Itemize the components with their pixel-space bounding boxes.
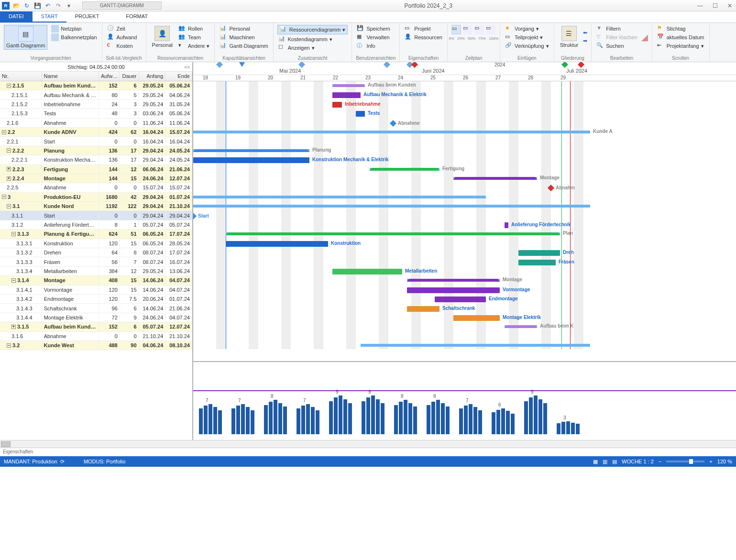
aufwand-button[interactable]: 👤Aufwand bbox=[106, 33, 142, 41]
tree-toggle[interactable]: + bbox=[7, 176, 11, 181]
table-row[interactable]: 2.2.5Abnahme0015.07.2415.07.24 bbox=[0, 183, 192, 192]
tree-toggle[interactable]: − bbox=[2, 195, 6, 199]
tree-toggle[interactable]: + bbox=[7, 167, 11, 171]
filtern-button[interactable]: ▼Filtern bbox=[595, 25, 638, 33]
zeit-button[interactable]: 🕓Zeit bbox=[106, 25, 142, 33]
scroll-thumb[interactable] bbox=[1, 441, 11, 447]
table-row[interactable]: −3Produktion-EU16804229.04.2401.07.24 bbox=[0, 193, 192, 202]
gantt-pane[interactable]: 2024 Mai 2024 Juni 2024 Juli 2024 181920… bbox=[193, 62, 736, 440]
projektanfang-button[interactable]: ⇤Projektanfang ▾ bbox=[656, 42, 705, 50]
kostendiagramm-button[interactable]: 📊Kostendiagramm ▾ bbox=[277, 35, 348, 43]
netzplan-button[interactable]: Netzplan bbox=[50, 25, 98, 33]
stichtag-scroll-button[interactable]: ⚑Stichtag bbox=[656, 25, 705, 33]
anzeigen-button[interactable]: ☐Anzeigen ▾ bbox=[277, 44, 348, 52]
kosten-button[interactable]: €Kosten bbox=[106, 42, 142, 50]
filter-loeschen-button[interactable]: ▽Filter löschen bbox=[595, 33, 638, 41]
balkennetzplan-button[interactable]: Balkennetzplan bbox=[50, 33, 98, 41]
rollen-button[interactable]: 👥Rollen bbox=[177, 25, 210, 33]
zoom-100-icon[interactable]: ▭ bbox=[486, 25, 495, 34]
close-button[interactable]: ✕ bbox=[725, 2, 734, 9]
redo-icon[interactable]: ↷ bbox=[55, 2, 62, 10]
table-row[interactable]: 2.1.6Abnahme0011.06.2411.06.24 bbox=[0, 119, 192, 128]
undo-icon[interactable]: ↶ bbox=[44, 2, 52, 10]
table-row[interactable]: −2.2.2Planung1361729.04.2424.05.24 bbox=[0, 146, 192, 155]
zoom-25-icon[interactable]: ▭ bbox=[451, 25, 461, 34]
refresh-status-icon[interactable]: ⟳ bbox=[60, 459, 65, 465]
collapse-grid-button[interactable]: << bbox=[184, 64, 190, 70]
verwalten-button[interactable]: ▦Verwalten bbox=[356, 33, 395, 41]
tree-toggle[interactable]: − bbox=[11, 232, 16, 236]
minimize-button[interactable]: — bbox=[695, 2, 705, 9]
zoom-slider[interactable] bbox=[666, 461, 704, 462]
col-header-ende[interactable]: Ende bbox=[165, 72, 192, 81]
gantt-body[interactable]: Aufbau beim KundenAufbau Mechanik & Elek… bbox=[193, 81, 736, 349]
table-row[interactable]: 3.1.4.2Endmontage1207.520.06.2401.07.24 bbox=[0, 295, 192, 304]
table-row[interactable]: 3.1.4.3Schaltschrank96614.06.2421.06.24 bbox=[0, 304, 192, 313]
kap-maschinen-button[interactable]: 📊Maschinen bbox=[219, 33, 269, 41]
tree-toggle[interactable]: − bbox=[7, 343, 11, 348]
speichern-button[interactable]: 💾Speichern bbox=[356, 25, 395, 33]
table-row[interactable]: −3.2Kunde West4889004.06.2408.10.24 bbox=[0, 341, 192, 350]
table-row[interactable]: −3.1Kunde Nord119212229.04.2421.10.24 bbox=[0, 202, 192, 211]
table-row[interactable]: +3.1.5Aufbau beim Kund…152605.07.2412.07… bbox=[0, 322, 192, 331]
aktuelles-datum-button[interactable]: 📅aktuelles Datum bbox=[656, 33, 705, 41]
tab-datei[interactable]: DATEI bbox=[0, 11, 33, 22]
tree-toggle[interactable]: − bbox=[11, 278, 16, 283]
table-row[interactable]: 2.2.2.1Konstruktion Mecha…1361729.04.242… bbox=[0, 155, 192, 165]
table-row[interactable]: +2.2.4Montage1441524.06.2412.07.24 bbox=[0, 174, 192, 183]
view-icon-3[interactable]: ▤ bbox=[612, 459, 617, 465]
tab-projekt[interactable]: PROJEKT bbox=[66, 11, 108, 22]
tab-format[interactable]: FORMAT bbox=[117, 11, 156, 22]
grid-body[interactable]: −2.1.5Aufbau beim Kund…152629.05.2405.06… bbox=[0, 81, 192, 440]
tree-toggle[interactable]: − bbox=[7, 84, 11, 88]
table-row[interactable]: 3.1.3.2Drehen64808.07.2417.07.24 bbox=[0, 248, 192, 257]
table-row[interactable]: 3.1.6Abnahme0021.10.2421.10.24 bbox=[0, 332, 192, 341]
col-header-name[interactable]: Name bbox=[42, 72, 99, 81]
team-button[interactable]: 👥Team bbox=[177, 33, 210, 41]
col-header-anfang[interactable]: Anfang bbox=[139, 72, 166, 81]
table-row[interactable]: 3.1.3.4Metallarbeiten3841229.05.2413.06.… bbox=[0, 267, 192, 276]
tree-toggle[interactable]: − bbox=[7, 204, 11, 209]
table-row[interactable]: +2.2.3Fertigung1441206.06.2421.06.24 bbox=[0, 165, 192, 174]
table-row[interactable]: 3.1.4.4Montage Elektrik72924.06.2404.07.… bbox=[0, 313, 192, 322]
view-icon-1[interactable]: ▦ bbox=[593, 459, 598, 465]
table-row[interactable]: 2.1.5.3Tests48303.06.2405.06.24 bbox=[0, 109, 192, 118]
vorgang-button[interactable]: ★Vorgang ▾ bbox=[504, 25, 550, 33]
indent-icon[interactable]: ➡ bbox=[583, 38, 587, 44]
col-header-dauer[interactable]: Dauer bbox=[120, 72, 139, 81]
tab-start[interactable]: START bbox=[33, 11, 66, 22]
outdent-icon[interactable]: ⬅ bbox=[583, 30, 587, 36]
kap-gantt-button[interactable]: 📊Gantt-Diagramm bbox=[219, 42, 269, 50]
table-row[interactable]: 3.1.2Anlieferung Fördert…8105.07.2405.07… bbox=[0, 220, 192, 230]
andere-button[interactable]: ▾Andere ▾ bbox=[177, 42, 210, 50]
qat-menu-icon[interactable]: ▾ bbox=[65, 2, 73, 10]
tree-toggle[interactable]: + bbox=[11, 325, 16, 329]
properties-bar[interactable]: Eigenschaften bbox=[0, 448, 736, 456]
struktur-button[interactable]: ☰ Struktur bbox=[558, 25, 581, 49]
zoom-out-button[interactable]: − bbox=[659, 459, 661, 464]
table-row[interactable]: 3.1.4.1Vormontage1201514.06.2404.07.24 bbox=[0, 285, 192, 295]
verknuepfung-button[interactable]: 🔗Verknüpfung ▾ bbox=[504, 42, 550, 50]
horizontal-scrollbar[interactable] bbox=[0, 440, 736, 448]
ressourcen-eig-button[interactable]: 👤Ressourcen bbox=[404, 33, 443, 41]
table-row[interactable]: 3.1.3.3Fräsen56708.07.2416.07.24 bbox=[0, 257, 192, 266]
zoom-75-icon[interactable]: ▭ bbox=[474, 25, 484, 34]
maximize-button[interactable]: ☐ bbox=[711, 2, 720, 9]
table-row[interactable]: 2.1.5.1Aufbau Mechanik & …80529.05.2404.… bbox=[0, 90, 192, 99]
col-header-nr[interactable]: Nr. bbox=[0, 72, 42, 81]
suchen-button[interactable]: 🔍Suchen bbox=[595, 42, 638, 50]
col-header-aufw[interactable]: Aufw… bbox=[99, 72, 120, 81]
ressourcendiagramm-combo[interactable]: 📊Ressourcendiagramm ▾ bbox=[277, 25, 348, 34]
table-row[interactable]: 3.1.3.1Konstruktion1201506.05.2428.05.24 bbox=[0, 239, 192, 248]
zoom-50-icon[interactable]: ▭ bbox=[463, 25, 472, 34]
table-row[interactable]: 3.1.1Start0029.04.2429.04.24 bbox=[0, 211, 192, 220]
table-row[interactable]: 2.2.1Start0016.04.2416.04.24 bbox=[0, 137, 192, 146]
tree-toggle[interactable]: − bbox=[7, 148, 11, 153]
tree-toggle[interactable]: − bbox=[2, 130, 6, 134]
table-row[interactable]: −3.1.3Planung & Fertigu…6245106.05.2417.… bbox=[0, 230, 192, 239]
teilprojekt-button[interactable]: ▭Teilprojekt ▾ bbox=[504, 33, 550, 41]
info-button[interactable]: ⓘInfo bbox=[356, 42, 395, 50]
personal-button[interactable]: 👤 Personal bbox=[150, 25, 175, 50]
zoom-in-button[interactable]: + bbox=[709, 459, 712, 464]
gantt-diagramm-button[interactable]: ▤ Gantt-Diagramm bbox=[4, 25, 47, 50]
